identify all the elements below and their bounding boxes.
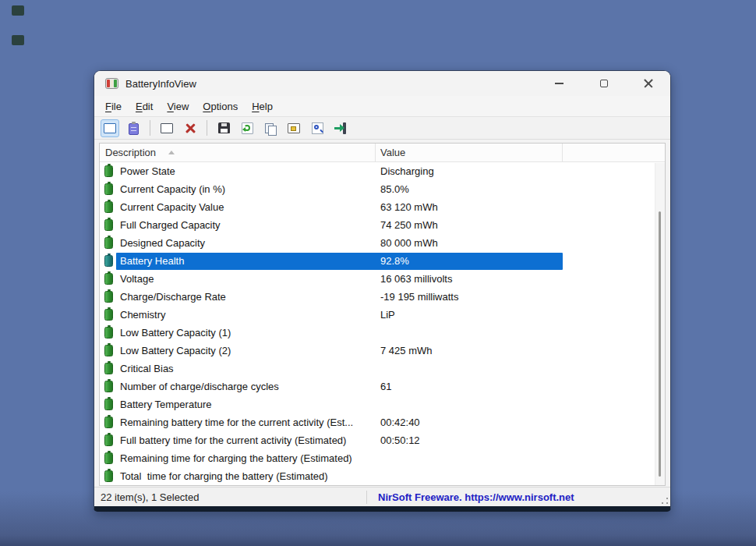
close-button[interactable] [626,71,670,96]
row-value: 80 000 mWh [380,237,438,249]
row-value: 00:42:40 [380,417,420,428]
table-row[interactable]: Full battery time for the current activi… [100,431,665,449]
battery-icon [104,399,113,410]
properties-window-icon [161,123,173,133]
table-row[interactable]: Current Capacity Value63 120 mWh [100,198,665,216]
battery-icon [104,434,113,446]
maximize-button[interactable] [581,71,626,96]
clipboard-icon [129,123,139,135]
status-bar: 22 item(s), 1 Selected NirSoft Freeware.… [94,487,670,506]
row-description: Current Capacity (in %) [120,183,225,195]
battery-icon [104,452,113,464]
list-rows: Power StateDischargingCurrent Capacity (… [100,162,665,485]
row-description: Power State [120,165,175,177]
battery-icon [104,470,113,482]
table-row[interactable]: Battery Temperature [100,395,665,413]
table-row[interactable]: Full Charged Capacity74 250 mWh [100,216,665,234]
batteryinfoview-window: BatteryInfoView FileEditViewOptionsHelp [94,70,671,512]
row-description: Full battery time for the current activi… [120,434,346,446]
row-value: Discharging [380,165,434,177]
minimize-icon [555,83,563,84]
menu-options[interactable]: Options [196,98,245,115]
menu-view[interactable]: View [160,98,196,115]
table-row[interactable]: Designed Capacity80 000 mWh [100,234,665,252]
table-row[interactable]: Remaining battery time for the current a… [100,413,665,431]
table-row[interactable]: ChemistryLiP [100,306,665,324]
battery-icon [104,309,113,321]
exit-button[interactable] [331,119,350,137]
title-bar[interactable]: BatteryInfoView [94,71,670,96]
show-battery-log-button[interactable] [124,119,143,137]
copy-button[interactable] [261,119,280,137]
description-header-label: Description [105,147,156,158]
table-row[interactable]: Number of charge/discharge cycles61 [100,378,665,395]
battery-icon [104,219,113,231]
toolbar-separator [150,120,150,136]
row-description: Critical Bias [120,363,174,374]
refresh-button[interactable] [238,119,256,137]
show-battery-info-button[interactable] [101,119,119,137]
battery-icon [104,201,113,213]
find-button[interactable] [308,119,327,137]
save-button[interactable] [214,119,233,137]
window-title: BatteryInfoView [125,78,196,90]
row-description: Battery Health [120,255,184,267]
menu-file[interactable]: File [98,98,129,115]
battery-icon [104,327,113,339]
row-value: 7 425 mWh [380,345,432,356]
table-row[interactable]: Battery Health92.8% [100,252,665,270]
red-x-icon [185,122,196,134]
battery-icon [104,273,113,285]
row-description: Total time for charging the battery (Est… [120,470,328,482]
row-description: Remaining time for charging the battery … [120,452,352,464]
row-description: Low Battery Capacity (2) [120,345,231,356]
row-description: Full Charged Capacity [120,219,221,231]
battery-icon [104,183,113,195]
table-row[interactable]: Voltage16 063 millivolts [100,270,665,288]
refresh-icon [242,122,253,134]
battery-icon [104,345,113,356]
table-row[interactable]: Power StateDischarging [100,162,665,180]
table-row[interactable]: Remaining time for charging the battery … [100,449,665,467]
properties-window-button[interactable] [157,119,176,137]
table-row[interactable]: Charge/Discharge Rate-19 195 milliwatts [100,288,665,306]
row-value: 00:50:12 [380,434,420,446]
properties-sheet-icon [288,123,300,133]
desktop-icon[interactable] [12,35,24,45]
delete-button[interactable] [181,119,200,137]
table-row[interactable]: Total time for charging the battery (Est… [100,467,665,485]
battery-icon [104,237,113,249]
advanced-properties-button[interactable] [284,119,303,137]
toolbar [94,117,670,140]
resize-grip-icon[interactable] [661,497,669,505]
minimize-button[interactable] [537,71,581,96]
scrollbar-thumb[interactable] [659,211,661,477]
vertical-scrollbar[interactable] [655,163,665,485]
exit-icon [334,122,347,134]
table-row[interactable]: Critical Bias [100,360,665,378]
nirsoft-link[interactable]: NirSoft Freeware. https://www.nirsoft.ne… [367,491,574,503]
menu-edit[interactable]: Edit [129,98,160,115]
row-description: Voltage [120,273,154,285]
row-value: 16 063 millivolts [380,273,453,285]
find-icon [312,122,323,134]
row-value: LiP [380,309,395,321]
value-column-header[interactable]: Value [376,144,563,161]
battery-icon [104,255,113,267]
row-value: 74 250 mWh [380,219,438,231]
app-icon [105,78,118,89]
menu-bar: FileEditViewOptionsHelp [94,96,670,117]
battery-icon [104,363,113,374]
row-description: Chemistry [120,309,166,321]
close-icon [644,79,653,88]
table-row[interactable]: Low Battery Capacity (2)7 425 mWh [100,342,665,360]
menu-help[interactable]: Help [245,98,280,115]
desktop-icon[interactable] [12,5,24,16]
row-value: 61 [380,381,391,392]
table-row[interactable]: Current Capacity (in %)85.0% [100,180,665,198]
battery-icon [104,165,113,177]
description-column-header[interactable]: Description [100,144,376,161]
battery-icon [104,291,113,303]
battery-icon [104,381,113,392]
table-row[interactable]: Low Battery Capacity (1) [100,324,665,342]
